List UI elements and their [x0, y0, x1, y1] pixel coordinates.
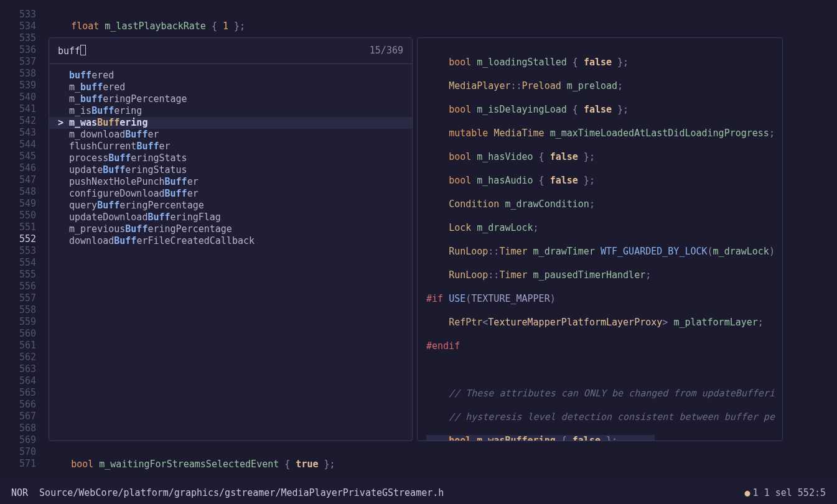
- p: ::: [488, 269, 499, 281]
- picker-header: buff 15/369: [49, 38, 412, 64]
- id: m_wasBuffering: [477, 435, 555, 441]
- picker-item[interactable]: updateDownloadBufferingFlag: [49, 212, 412, 223]
- id: m_hasVideo: [477, 151, 533, 162]
- line-number: 535: [0, 32, 44, 44]
- p: };: [578, 175, 595, 186]
- number: 1: [223, 21, 228, 32]
- line-number: 534: [0, 21, 44, 32]
- picker-item[interactable]: downloadBufferFileCreatedCallback: [49, 235, 412, 247]
- v: true: [296, 459, 318, 470]
- status-right: 1 1 sel 552:5: [753, 487, 826, 499]
- p: (: [708, 246, 713, 257]
- ty: RunLoop: [449, 246, 488, 257]
- line-number: 551: [0, 222, 44, 233]
- p: ;: [645, 269, 651, 281]
- id: m_pausedTimerHandler: [533, 269, 646, 281]
- ty: Condition: [449, 198, 499, 210]
- id: m_hasAudio: [477, 175, 533, 186]
- kw: bool: [449, 57, 471, 68]
- line-number-gutter: 5335345355365375385395405415425435445455…: [0, 0, 44, 470]
- line-number: 565: [0, 387, 44, 399]
- line-number: 570: [0, 446, 44, 458]
- picker-item[interactable]: processBufferingStats: [49, 152, 412, 164]
- identifier: m_lastPlaybackRate: [105, 21, 206, 32]
- id: m_drawLock: [713, 246, 769, 257]
- picker-item[interactable]: m_downloadBuffer: [49, 129, 412, 141]
- id: m_drawLock: [477, 222, 533, 233]
- line-number: 571: [0, 458, 44, 470]
- p: {: [533, 175, 550, 186]
- line-number: 555: [0, 269, 44, 281]
- p: ;: [758, 317, 764, 328]
- p: (: [465, 293, 471, 304]
- file-path: Source/WebCore/platform/graphics/gstream…: [39, 487, 444, 499]
- ty: MediaPlayer: [449, 80, 510, 91]
- preview-highlighted-line: bool m_wasBuffering { false };: [426, 435, 655, 441]
- comment: // These attributes can ONLY be changed …: [449, 388, 775, 399]
- line-number: 553: [0, 245, 44, 257]
- line-number: 536: [0, 44, 44, 56]
- line-number: 548: [0, 186, 44, 198]
- picker-item[interactable]: m_wasBuffering: [49, 117, 412, 129]
- picker-item[interactable]: flushCurrentBuffer: [49, 141, 412, 152]
- line-number: 552: [0, 233, 44, 245]
- id: m_isDelayingLoad: [477, 104, 567, 115]
- line-number: 550: [0, 210, 44, 222]
- picker-item[interactable]: m_previousBufferingPercentage: [49, 223, 412, 235]
- line-number: 560: [0, 328, 44, 340]
- p: <: [482, 317, 488, 328]
- picker-query-input[interactable]: buff: [58, 45, 86, 57]
- id: m_preload: [567, 80, 617, 91]
- statusline: NOR Source/WebCore/platform/graphics/gst…: [0, 482, 837, 504]
- symbol-picker-popup[interactable]: buff 15/369 bufferedm_bufferedm_bufferin…: [49, 37, 413, 441]
- id: m_loadingStalled: [477, 57, 567, 68]
- p: };: [612, 57, 629, 68]
- line-number: 561: [0, 340, 44, 352]
- line-number: 556: [0, 281, 44, 292]
- v: false: [573, 435, 601, 441]
- line-number: 549: [0, 198, 44, 210]
- line-number: 558: [0, 304, 44, 316]
- line-number: 564: [0, 375, 44, 387]
- p: ): [769, 246, 775, 257]
- line-number: 559: [0, 316, 44, 328]
- line-number: 541: [0, 103, 44, 115]
- id: m_drawCondition: [505, 198, 589, 210]
- p: {: [567, 57, 584, 68]
- p: ::: [510, 80, 521, 91]
- line-number: 545: [0, 151, 44, 162]
- id: m_platformLayer: [673, 317, 757, 328]
- picker-item[interactable]: buffered: [49, 70, 412, 82]
- p: };: [318, 459, 335, 470]
- picker-item[interactable]: m_buffered: [49, 82, 412, 93]
- brace: {: [206, 21, 223, 32]
- line-number: 568: [0, 422, 44, 434]
- line-number: 547: [0, 174, 44, 186]
- picker-query-text: buff: [58, 45, 80, 57]
- picker-result-count: 15/369: [370, 45, 403, 57]
- p: ): [550, 293, 556, 304]
- ty: RefPtr: [449, 317, 482, 328]
- ty: Timer: [499, 246, 527, 257]
- macro: WTF_GUARDED_BY_LOCK: [601, 246, 708, 257]
- line-number: 569: [0, 434, 44, 446]
- p: ;: [617, 80, 623, 91]
- line-number: 567: [0, 411, 44, 422]
- line-number: 538: [0, 68, 44, 80]
- picker-item[interactable]: updateBufferingStatus: [49, 164, 412, 176]
- preproc: #if: [426, 293, 443, 304]
- line-number: 533: [0, 9, 44, 21]
- val: false: [584, 57, 612, 68]
- picker-item[interactable]: configureDownloadBuffer: [49, 188, 412, 200]
- picker-item[interactable]: m_isBuffering: [49, 105, 412, 117]
- p: {: [556, 435, 573, 441]
- p: ;: [769, 128, 775, 139]
- picker-item[interactable]: pushNextHolePunchBuffer: [49, 176, 412, 188]
- punct: };: [228, 21, 245, 32]
- picker-item[interactable]: queryBufferingPercentage: [49, 200, 412, 212]
- p: {: [567, 104, 584, 115]
- preview-pane: bool m_loadingStalled { false }; MediaPl…: [417, 37, 783, 441]
- p: };: [612, 104, 629, 115]
- picker-item[interactable]: m_bufferingPercentage: [49, 93, 412, 105]
- line-number: 557: [0, 292, 44, 304]
